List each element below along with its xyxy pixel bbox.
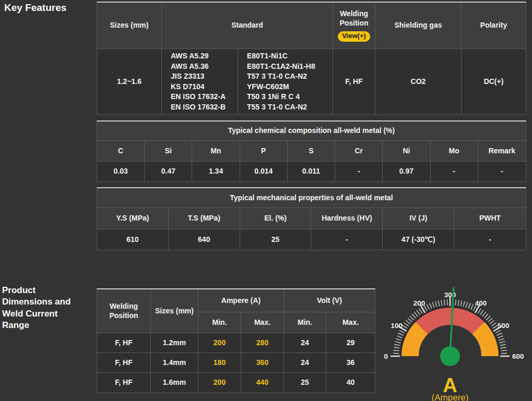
- standard-list-1: AWS A5.29 AWS A5.36 JIS Z3313 KS D7104 E…: [162, 49, 238, 114]
- table-row-cell: F, HF: [97, 353, 151, 373]
- chem-col-header: Remark: [478, 141, 526, 162]
- mech-col-header: PWHT: [454, 208, 526, 229]
- mechanical-properties-table: Typical mechanical properties of all-wel…: [97, 187, 526, 250]
- mechanical-table-title: Typical mechanical properties of all-wel…: [97, 188, 526, 208]
- chem-value: 0.03: [97, 162, 145, 181]
- standard-item: E80T1-C1A2-Ni1-H8: [247, 62, 315, 72]
- standard-item: T50 3 1Ni R C 4: [247, 92, 300, 102]
- svg-text:600: 600: [512, 353, 524, 360]
- table-row-cell: 25: [284, 373, 326, 393]
- standard-item: KS D7104: [171, 82, 205, 92]
- mech-value: -: [454, 229, 526, 250]
- current-header-welding-position-label: Welding Position: [105, 302, 142, 320]
- mech-col-header: El. (%): [240, 208, 312, 229]
- mech-col-header: Y.S (MPa): [97, 208, 169, 229]
- spec-value-sizes: 1.2~1.6: [97, 49, 162, 114]
- svg-text:(Ampere): (Ampere): [432, 393, 469, 401]
- current-header-volt: Volt (V): [284, 289, 375, 312]
- table-row-cell: 440: [241, 373, 284, 393]
- current-header-volt-max: Max.: [326, 312, 375, 333]
- current-header-ampere: Ampere (A): [198, 289, 284, 312]
- weld-current-table: Welding Position Sizes (mm) Ampere (A) V…: [97, 288, 375, 393]
- svg-text:200: 200: [413, 299, 425, 307]
- spec-value-shielding-gas: CO2: [375, 49, 462, 114]
- spec-header-welding-position: Welding Position View(+): [333, 3, 375, 49]
- standard-item: EN ISO 17632-A: [171, 92, 226, 102]
- standard-item: T55 3 T1-0 CA-N2: [247, 102, 307, 113]
- standard-list-2: E80T1-Ni1C E80T1-C1A2-Ni1-H8 T57 3 T1-0 …: [238, 49, 333, 114]
- spec-header-shielding-gas: Shielding gas: [375, 3, 462, 49]
- svg-text:100: 100: [391, 322, 403, 330]
- chemical-composition-table: Typical chemical composition all-weld me…: [97, 120, 526, 182]
- chem-col-header: Ni: [383, 141, 430, 162]
- spec-table: Sizes (mm) Standard Welding Position Vie…: [97, 2, 526, 115]
- chem-value: -: [478, 162, 526, 181]
- chem-value: 1.34: [192, 162, 240, 181]
- chem-col-header: Mn: [192, 141, 240, 162]
- spec-value-welding-position: F, HF: [333, 49, 375, 114]
- spec-header-standard: Standard: [162, 3, 333, 49]
- svg-text:400: 400: [475, 299, 487, 307]
- chem-value: 0.011: [288, 162, 335, 181]
- chem-col-header: Cr: [335, 141, 383, 162]
- current-header-sizes: Sizes (mm): [151, 289, 198, 333]
- table-row-cell: 24: [284, 333, 326, 353]
- chem-value: 0.47: [145, 162, 192, 181]
- standard-item: JIS Z3313: [171, 71, 205, 82]
- table-row-cell: 1.6mm: [151, 373, 198, 393]
- spec-header-polarity: Polarity: [462, 3, 526, 49]
- table-row-cell: F, HF: [97, 373, 151, 393]
- standard-item: YFW-C602M: [247, 82, 289, 92]
- current-header-welding-position: Welding Position: [97, 289, 151, 333]
- spec-header-sizes: Sizes (mm): [97, 3, 162, 49]
- standard-item: EN ISO 17632-B: [171, 102, 226, 113]
- welding-position-label: Welding Position: [337, 9, 371, 28]
- svg-text:0: 0: [384, 353, 388, 360]
- svg-text:500: 500: [498, 322, 510, 330]
- view-plus-button[interactable]: View(+): [338, 31, 370, 41]
- table-row-cell: 280: [241, 333, 284, 353]
- mech-value: 610: [97, 229, 169, 250]
- chem-col-header: Mo: [431, 141, 478, 162]
- chem-col-header: P: [240, 141, 288, 162]
- table-row-cell: 24: [284, 353, 326, 373]
- standard-item: E80T1-Ni1C: [247, 51, 288, 62]
- table-row-cell: F, HF: [97, 333, 151, 353]
- table-row-cell: 40: [326, 373, 375, 393]
- mech-col-header: IV (J): [383, 208, 454, 229]
- chem-value: 0.014: [240, 162, 288, 181]
- chemical-table-title: Typical chemical composition all-weld me…: [97, 121, 526, 141]
- standard-item: T57 3 T1-0 CA-N2: [247, 71, 307, 82]
- table-row-cell: 1.2mm: [151, 333, 198, 353]
- mech-value: 47 (-30℃): [383, 229, 454, 250]
- chem-col-header: S: [288, 141, 335, 162]
- mech-col-header: T.S (MPa): [169, 208, 240, 229]
- product-dimensions-title: Product Dimensions and Weld Current Rang…: [2, 285, 87, 332]
- mech-value: 25: [240, 229, 312, 250]
- table-row-cell: 200: [198, 333, 241, 353]
- mech-col-header: Hardness (HV): [311, 208, 383, 229]
- spec-value-polarity: DC(+): [462, 49, 526, 114]
- chem-col-header: Si: [145, 141, 192, 162]
- standard-item: AWS A5.36: [171, 62, 209, 72]
- chem-col-header: C: [97, 141, 145, 162]
- current-header-volt-min: Min.: [284, 312, 326, 333]
- current-header-amp-max: Max.: [241, 312, 284, 333]
- table-row-cell: 200: [198, 373, 241, 393]
- standard-item: AWS A5.29: [171, 51, 209, 62]
- key-features-title: Key Features: [4, 2, 66, 14]
- chem-value: 0.97: [383, 162, 430, 181]
- current-header-amp-min: Min.: [198, 312, 241, 333]
- table-row-cell: 1.4mm: [151, 353, 198, 373]
- table-row-cell: 180: [198, 353, 241, 373]
- mech-value: 640: [169, 229, 240, 250]
- ampere-gauge: 0100200300400500600A(Ampere): [376, 287, 528, 401]
- chem-value: -: [335, 162, 383, 181]
- table-row-cell: 36: [326, 353, 375, 373]
- mech-value: -: [311, 229, 383, 250]
- table-row-cell: 360: [241, 353, 284, 373]
- chem-value: -: [431, 162, 478, 181]
- table-row-cell: 29: [326, 333, 375, 353]
